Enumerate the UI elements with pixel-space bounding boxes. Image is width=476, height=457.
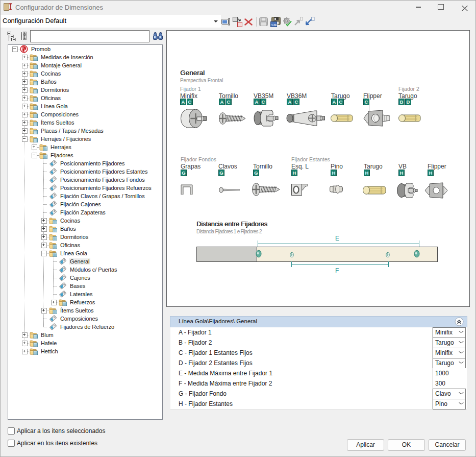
svg-text:<a>: <a>	[271, 22, 279, 27]
